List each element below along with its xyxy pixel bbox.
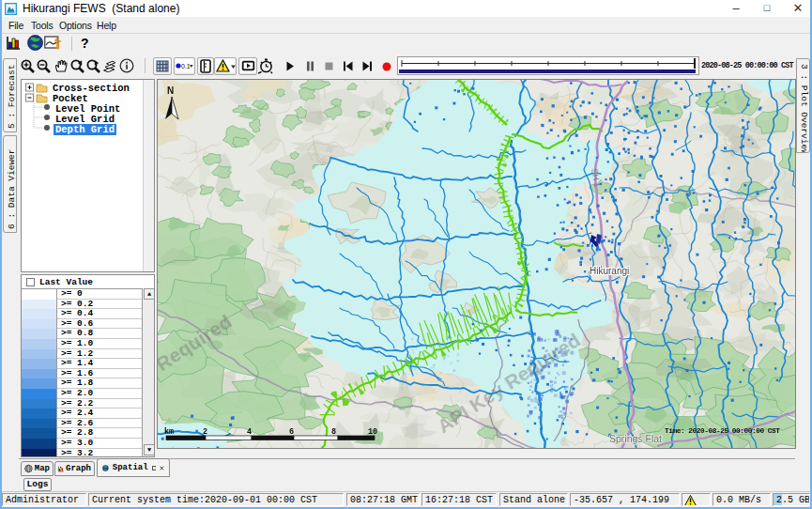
svg-text:0.1: 0.1	[181, 63, 191, 69]
svg-text:2: 2	[203, 427, 207, 437]
svg-text:5 : Forecast: 5 : Forecast	[7, 65, 17, 129]
svg-text:Springs Flat: Springs Flat	[609, 433, 662, 444]
svg-text:Hikurangi: Hikurangi	[590, 266, 629, 276]
svg-text:10: 10	[368, 427, 377, 437]
svg-text:N: N	[167, 85, 174, 96]
svg-text:8: 8	[331, 427, 336, 437]
svg-text:6 : Data Viewer: 6 : Data Viewer	[7, 148, 17, 229]
svg-text:6: 6	[289, 427, 294, 437]
svg-text:km: km	[164, 427, 174, 437]
svg-text:Time: 2020-08-25 00:00:00 CST: Time: 2020-08-25 00:00:00 CST	[665, 427, 780, 435]
svg-text:4: 4	[247, 427, 252, 437]
svg-text:3 : Plot Overview: 3 : Plot Overview	[799, 64, 809, 153]
